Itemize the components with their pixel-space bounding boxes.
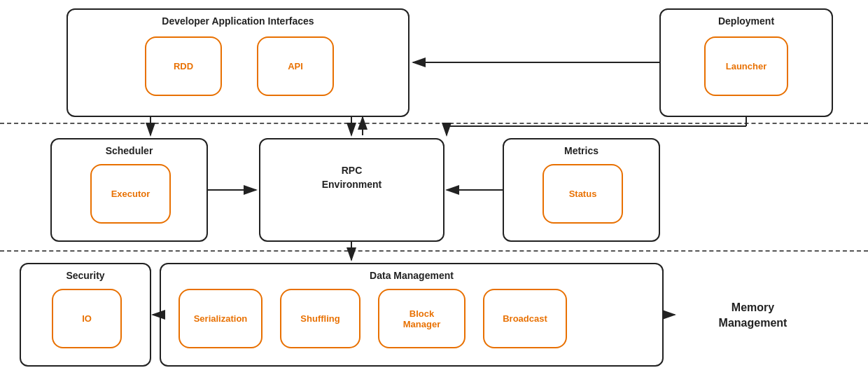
divider-1 bbox=[0, 123, 868, 124]
security-title: Security bbox=[21, 270, 150, 281]
dev-app-interfaces-title: Developer Application Interfaces bbox=[68, 15, 408, 27]
api-box: API bbox=[257, 36, 334, 96]
dev-app-interfaces-box: Developer Application Interfaces RDD API bbox=[66, 8, 410, 117]
security-box: Security IO bbox=[20, 263, 151, 367]
metrics-box: Metrics Status bbox=[503, 138, 660, 242]
status-box: Status bbox=[542, 164, 623, 224]
metrics-title: Metrics bbox=[504, 145, 659, 156]
memory-management-label: MemoryManagement bbox=[678, 273, 828, 357]
data-management-title: Data Management bbox=[161, 270, 662, 281]
rpc-environment-title: RPCEnvironment bbox=[260, 164, 443, 191]
rdd-box: RDD bbox=[145, 36, 222, 96]
shuffling-box: Shuffling bbox=[280, 289, 360, 348]
io-box: IO bbox=[52, 289, 122, 348]
block-manager-box: BlockManager bbox=[378, 289, 465, 348]
scheduler-box: Scheduler Executor bbox=[50, 138, 208, 242]
executor-box: Executor bbox=[90, 164, 171, 224]
architecture-diagram: Developer Application Interfaces RDD API… bbox=[0, 0, 868, 375]
launcher-box: Launcher bbox=[704, 36, 788, 96]
serialization-box: Serialization bbox=[178, 289, 262, 348]
data-management-box: Data Management Serialization Shuffling … bbox=[160, 263, 664, 367]
deployment-title: Deployment bbox=[661, 15, 832, 27]
deployment-box: Deployment Launcher bbox=[659, 8, 833, 117]
divider-2 bbox=[0, 250, 868, 252]
scheduler-title: Scheduler bbox=[52, 145, 206, 156]
rpc-environment-box: RPCEnvironment bbox=[259, 138, 444, 242]
broadcast-box: Broadcast bbox=[483, 289, 567, 348]
